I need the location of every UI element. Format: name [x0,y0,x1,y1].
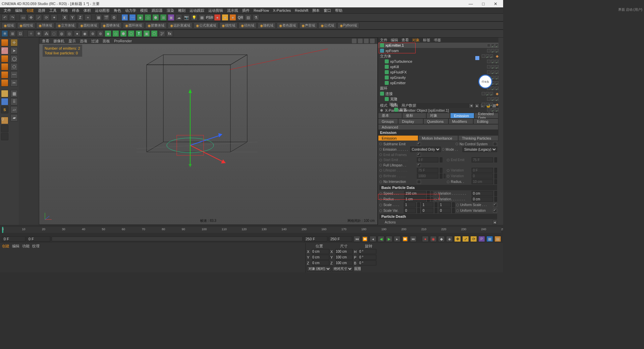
sphere-orange-button[interactable]: ● [229,14,236,21]
step-back-button[interactable]: ⏪ [362,236,368,242]
menu-0[interactable]: 文件 [2,8,13,13]
emission-dropdown[interactable]: Controlled Only [410,147,441,152]
render-pv-button[interactable]: 🎬 [103,14,110,21]
size-x-input[interactable] [335,249,353,254]
xp-mod-1[interactable]: ◌ [51,30,57,37]
rotate-tool-button[interactable]: ⟳ [43,14,50,21]
extra-button[interactable]: ⚗ [253,14,259,21]
fld-s[interactable]: S [1,106,8,113]
size-z-input[interactable] [335,260,353,265]
generator-button[interactable]: ◆ [137,14,144,21]
light-button[interactable]: 💡 [191,14,198,21]
attr-tab-对象[interactable]: 对象 [426,113,450,118]
object-tree[interactable]: xpEmitter.1xpFoam立方体◆xpTurbulencexpKillx… [378,43,498,103]
coord-system-button[interactable]: ⌖ [85,14,91,21]
env-button[interactable]: ☁ [175,14,182,21]
prim-cube[interactable] [1,39,8,46]
field-btn-14[interactable]: ◉ 声音域 [299,22,317,29]
xp-mod-6[interactable]: ⊛ [89,30,96,37]
vp-menu-item[interactable]: 查看 [42,39,49,44]
scale-z-input[interactable] [439,202,451,207]
menu-22[interactable]: 脚本 [310,8,322,13]
point-mode[interactable]: ⠿ [10,98,18,105]
uvar-checkbox[interactable] [493,209,497,213]
menu-15[interactable]: 运动跟踪 [187,8,206,13]
fld-linear[interactable] [1,90,8,97]
subtab-Thinking Particles[interactable]: Thinking Particles [458,135,498,141]
timeline-ruler[interactable]: 0102030405060708090100110120130140150160… [0,225,503,235]
goto-start-button[interactable]: ⏮ [354,236,360,242]
maximize-button[interactable]: □ [478,1,489,6]
field-btn-2[interactable]: ◉ 球体域 [36,22,54,29]
play-back-button[interactable]: ◀ [378,236,384,242]
axis-x-toggle[interactable]: X [61,14,68,21]
prim-torus[interactable] [1,63,8,70]
radius-input[interactable] [404,197,426,202]
model-mode[interactable]: ▦ [10,90,18,97]
prim-cone[interactable] [1,79,8,87]
mat-tab-1[interactable]: 编辑 [12,244,19,249]
axis-y-toggle[interactable]: Y [69,14,76,21]
sphere-gold-button[interactable]: ● [222,14,228,21]
move-axis-icon[interactable]: ✛ [10,39,18,46]
field-btn-10[interactable]: ◉ 线性域 [219,22,237,29]
scene-button[interactable]: ▦ [199,14,205,21]
pos-y-input[interactable] [312,255,329,260]
scale-x-input[interactable] [404,202,416,207]
field-btn-6[interactable]: ◉ 圆环体域 [123,22,144,29]
vp-menu-item[interactable]: ProRender [114,39,132,43]
sv-x-input[interactable] [404,208,416,213]
tree-flags[interactable] [482,103,493,106]
deformer-button[interactable]: ▣ [168,14,174,21]
redo-button[interactable]: ↷ [9,14,16,21]
tree-row-xpKill[interactable]: xpKill [378,64,498,69]
tree-row-立方体[interactable]: 立方体◆ [378,53,498,59]
objtab-1[interactable]: 编辑 [391,38,398,43]
array-button[interactable]: ⊞ [160,14,167,21]
xp-gen-1[interactable]: ◆ [105,30,111,37]
spline-icon[interactable]: 〰 [10,71,18,79]
axis-z-toggle[interactable]: Z [77,14,84,21]
menu-3[interactable]: 选择 [36,8,47,13]
field-btn-9[interactable]: ◉ 公式衰减域 [194,22,218,29]
menu-24[interactable]: 帮助 [333,8,344,13]
field-btn-5[interactable]: ◉ 圆锥体域 [100,22,122,29]
menu-8[interactable]: 运动图形 [93,8,112,13]
generator2-button[interactable]: ◇ [145,14,151,21]
xp-misc-1[interactable]: 🕊 [159,30,165,37]
lasso-icon[interactable]: ◯ [10,55,18,62]
xp-mod-7[interactable]: ⊚ [97,30,104,37]
mat-tab-2[interactable]: 功能 [22,244,30,249]
objtab-5[interactable]: 书签 [434,38,441,43]
scale-tool-button[interactable]: ⤢ [35,14,42,21]
subframe-checkbox[interactable] [417,142,421,146]
xp-button[interactable]: ● [214,14,221,21]
rot-p-input[interactable] [359,255,376,260]
subdiv-button[interactable]: ⬢ [152,14,159,21]
current-frame-field[interactable]: 0 F [2,236,25,242]
key-rot-button[interactable]: ⟳ [470,236,477,242]
autokey-button[interactable]: ◉ [430,236,437,242]
field-btn-0[interactable]: ◉ 组域 [1,22,16,29]
attr-tab-Groups[interactable]: Groups [378,118,398,124]
menu-10[interactable]: 动力学 [123,8,138,13]
range-len-field[interactable]: 250 F [329,236,352,242]
xp-logo-icon[interactable]: ✻ [1,30,8,37]
attr-tab-Extended Data[interactable]: Extended Data [474,113,498,118]
tree-row-xpTurbulence[interactable]: xpTurbulence [378,59,498,64]
tree-flags[interactable] [487,60,498,63]
menu-18[interactable]: 插件 [240,8,252,13]
close-button[interactable]: ✕ [490,1,501,6]
xp-gen-3[interactable]: ⬢ [120,30,127,37]
tree-row-xpFoam[interactable]: xpFoam [378,48,498,53]
xp-gen-5[interactable]: ▣ [143,30,150,37]
xp-fx-button[interactable]: fx [166,30,173,37]
field-btn-11[interactable]: ◉ 径向域 [238,22,257,29]
live-select-button[interactable]: ▭ [20,14,26,21]
size-mode-dropdown[interactable]: 绝对尺寸 [332,266,353,271]
xp-gen-6[interactable]: ⎔ [151,30,158,37]
radius-spinner[interactable] [427,197,430,202]
menu-11[interactable]: 模拟 [138,8,150,13]
menu-5[interactable]: 网格 [59,8,70,13]
menu-4[interactable]: 工具 [47,8,59,13]
